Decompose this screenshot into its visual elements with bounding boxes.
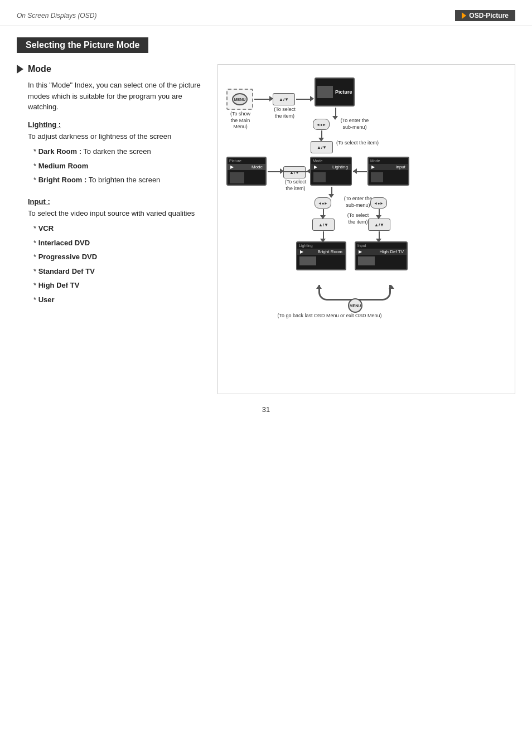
arrow-to-lighting xyxy=(268,171,309,172)
updown-btn-input-sub[interactable]: ▲/▼ xyxy=(368,219,390,231)
osd-screen-input: Mode ▶Input xyxy=(367,157,409,186)
diagram-area: MENU (To showthe MainMenu) ▲/▼ (To selec… xyxy=(224,73,509,385)
input-screen-label: Input xyxy=(395,164,405,169)
caption-enter-submenu-1: (To enter thesub-menu) xyxy=(332,118,377,130)
osd-screen-picture: Picture xyxy=(315,77,355,106)
lighting-desc: To adjust darkness or lightness of the s… xyxy=(28,131,206,142)
picture-label: Picture xyxy=(335,89,352,95)
osd-screen-lighting: Mode ▶Lighting xyxy=(310,157,352,186)
osd-screen-high-def-tv: Input ▶High Def TV xyxy=(355,241,408,270)
input-item-vcr: * VCR xyxy=(33,223,206,234)
caption-select-item-row2: (To selectthe item) xyxy=(279,179,312,192)
page-header: On Screen Displays (OSD) OSD-Picture xyxy=(0,0,532,26)
lighting-item-3: * Bright Room : To brighten the screen xyxy=(33,175,206,186)
two-column-layout: Mode In this "Mode" Index, you can selec… xyxy=(17,64,515,394)
osd-screen-mode-left: Picture ▶Mode xyxy=(226,157,267,186)
input-desc: To select the video input source with va… xyxy=(28,208,206,219)
updown-btn-lighting-sub[interactable]: ▲/▼ xyxy=(312,219,335,231)
high-def-tv-label: High Def TV xyxy=(380,249,404,254)
mode-intro-text: In this "Mode" Index, you can select one… xyxy=(28,80,206,113)
main-content: Selecting the Picture Mode Mode In this … xyxy=(0,32,532,430)
menu-button-dashed: MENU xyxy=(226,89,253,110)
mode-arrow-icon xyxy=(17,65,23,74)
input-item-user: * User xyxy=(33,294,206,306)
arrow-updown-to-screen xyxy=(296,99,312,100)
input-item-progressive: * Progressive DVD xyxy=(33,251,206,263)
input-item-standard: * Standard Def TV xyxy=(33,266,206,277)
caption-back-exit: (To go back last OSD Menu or exit OSD Me… xyxy=(268,313,391,319)
caption-select-item-2: (To select the item) xyxy=(335,140,380,147)
arrowhead-to-lighting xyxy=(307,168,311,174)
mode-label-left: Mode xyxy=(252,164,263,169)
enter-submenu-btn-input[interactable]: ◄●► xyxy=(370,197,387,209)
caption-select-item-1: (To selectthe item) xyxy=(269,106,300,119)
mode-heading: Mode xyxy=(17,64,206,74)
lighting-screen-label: Lighting xyxy=(332,164,348,169)
enter-submenu-btn-1[interactable]: ◄●► xyxy=(313,119,330,130)
input-item-interlaced: * Interlaced DVD xyxy=(33,238,206,249)
header-triangle-icon xyxy=(462,12,466,19)
lighting-title: Lighting : xyxy=(28,120,206,129)
input-item-highdef: * High Def TV xyxy=(33,280,206,291)
lighting-item-1: * Dark Room : To darken the screen xyxy=(33,146,206,157)
mode-title: Mode xyxy=(28,64,51,74)
updown-button-row2[interactable]: ▲/▼ xyxy=(283,166,306,178)
arrowhead-to-screen xyxy=(310,96,314,101)
input-title: Input : xyxy=(28,197,206,206)
arrow-menu-to-updown xyxy=(254,99,271,100)
page-number: 31 xyxy=(17,405,515,414)
updown-button-1[interactable]: ▲/▼ xyxy=(273,93,295,105)
curved-arrow-container: MENU xyxy=(296,285,413,304)
enter-submenu-btn-lighting[interactable]: ◄●► xyxy=(315,197,331,209)
bright-room-label: Bright Room xyxy=(318,249,342,254)
left-column: Mode In this "Mode" Index, you can selec… xyxy=(17,64,206,394)
lighting-item-2: * Medium Room xyxy=(33,161,206,172)
menu-button-bottom[interactable]: MENU xyxy=(348,298,362,313)
right-column-diagram: MENU (To showthe MainMenu) ▲/▼ (To selec… xyxy=(217,64,515,394)
updown-button-2[interactable]: ▲/▼ xyxy=(311,141,333,153)
header-chapter-label: OSD-Picture xyxy=(455,10,515,21)
header-section-label: On Screen Displays (OSD) xyxy=(17,12,96,20)
osd-screen-bright-room: Lighting ▶Bright Room xyxy=(296,241,346,270)
section-title: Selecting the Picture Mode xyxy=(17,37,148,53)
arrowhead-lighting-to-input xyxy=(353,168,357,174)
caption-show-main-menu: (To showthe MainMenu) xyxy=(224,111,257,130)
